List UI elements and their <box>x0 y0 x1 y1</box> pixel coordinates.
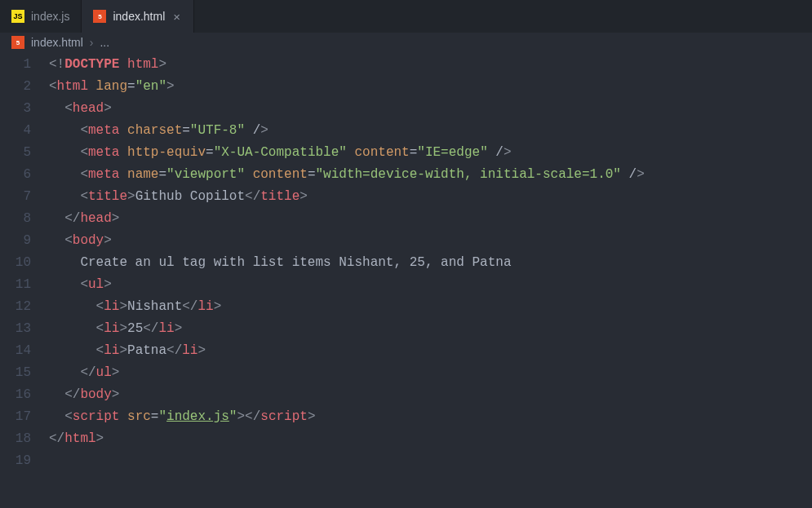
line-number: 16 <box>0 384 31 406</box>
code-line[interactable]: <body> <box>49 230 812 252</box>
code-line[interactable]: <title>Github Copilot</title> <box>49 186 812 208</box>
line-number: 7 <box>0 186 31 208</box>
line-number: 8 <box>0 208 31 230</box>
line-number: 2 <box>0 76 31 98</box>
line-number: 18 <box>0 428 31 450</box>
line-number: 10 <box>0 252 31 274</box>
breadcrumb-separator-icon: › <box>90 36 94 49</box>
close-icon[interactable]: × <box>171 10 182 24</box>
line-number: 11 <box>0 274 31 296</box>
line-number: 4 <box>0 120 31 142</box>
breadcrumb-file: index.html <box>31 36 83 49</box>
tab-label: index.js <box>31 10 69 23</box>
js-icon: JS <box>11 10 24 23</box>
breadcrumb[interactable]: 5 index.html › ... <box>0 33 812 54</box>
code-line[interactable]: <ul> <box>49 274 812 296</box>
line-number: 5 <box>0 142 31 164</box>
code-line[interactable]: <li>Nishant</li> <box>49 296 812 318</box>
code-content[interactable]: <!DOCTYPE html><html lang="en"> <head> <… <box>49 54 812 472</box>
code-line[interactable]: <!DOCTYPE html> <box>49 54 812 76</box>
code-line[interactable]: </ul> <box>49 362 812 384</box>
tab-index-js[interactable]: JSindex.js <box>0 0 82 33</box>
code-line[interactable]: <script src="index.js"></script> <box>49 406 812 428</box>
code-line[interactable] <box>49 450 812 472</box>
code-line[interactable]: <li>Patna</li> <box>49 340 812 362</box>
line-number: 6 <box>0 164 31 186</box>
code-line[interactable]: </html> <box>49 428 812 450</box>
code-line[interactable]: <meta http-equiv="X-UA-Compatible" conte… <box>49 142 812 164</box>
line-number: 14 <box>0 340 31 362</box>
code-line[interactable]: </body> <box>49 384 812 406</box>
line-number: 17 <box>0 406 31 428</box>
line-number: 3 <box>0 98 31 120</box>
line-number: 13 <box>0 318 31 340</box>
code-line[interactable]: <head> <box>49 98 812 120</box>
code-editor[interactable]: 12345678910111213141516171819 <!DOCTYPE … <box>0 54 812 472</box>
code-line[interactable]: </head> <box>49 208 812 230</box>
code-line[interactable]: <meta name="viewport" content="width=dev… <box>49 164 812 186</box>
tab-label: index.html <box>113 10 165 23</box>
code-line[interactable]: <html lang="en"> <box>49 76 812 98</box>
line-number-gutter: 12345678910111213141516171819 <box>0 54 49 472</box>
html-icon: 5 <box>11 36 24 49</box>
line-number: 9 <box>0 230 31 252</box>
line-number: 12 <box>0 296 31 318</box>
breadcrumb-rest: ... <box>100 36 109 49</box>
line-number: 19 <box>0 450 31 472</box>
line-number: 1 <box>0 54 31 76</box>
code-line[interactable]: <li>25</li> <box>49 318 812 340</box>
tab-index-html[interactable]: 5index.html× <box>82 0 194 33</box>
html-icon: 5 <box>93 10 106 23</box>
code-line[interactable]: <meta charset="UTF-8" /> <box>49 120 812 142</box>
line-number: 15 <box>0 362 31 384</box>
code-line[interactable]: Create an ul tag with list items Nishant… <box>49 252 812 274</box>
tab-bar: JSindex.js5index.html× <box>0 0 812 33</box>
